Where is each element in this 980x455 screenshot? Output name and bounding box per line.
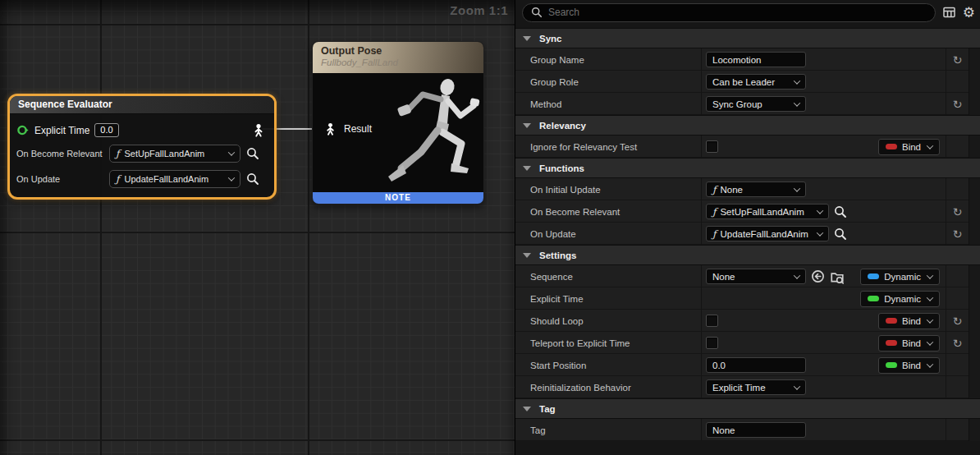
search-input[interactable]: [548, 7, 927, 18]
browse-function-icon[interactable]: [834, 228, 847, 241]
chevron-down-icon: [927, 272, 933, 278]
chevron-down-icon: [794, 383, 800, 389]
scroll-gutter: [969, 419, 980, 441]
property-row-should-loop: Should Loop Bind ↺: [515, 310, 980, 332]
tag-field[interactable]: [706, 422, 806, 438]
details-settings-button[interactable]: ⚙: [963, 6, 975, 20]
explicit-time-pin-label: Explicit Time: [34, 125, 89, 136]
node-output-pose[interactable]: Output Pose Fullbody_FallLand: [312, 41, 484, 205]
reset-to-default-button[interactable]: ↺: [953, 54, 963, 66]
browse-function-icon[interactable]: [246, 147, 259, 160]
section-title: Sync: [539, 34, 562, 44]
explicit-time-binding-dropdown[interactable]: Dynamic: [860, 291, 940, 307]
pose-output-pin[interactable]: [251, 123, 266, 137]
output-pose-header[interactable]: Output Pose Fullbody_FallLand: [313, 42, 483, 73]
property-row-group-role: Group Role Can be Leader: [515, 71, 980, 93]
property-label: Group Role: [515, 71, 702, 93]
scroll-gutter: [969, 200, 980, 223]
graph-canvas[interactable]: Zoom 1:1 Sequence Evaluator Explicit Tim…: [0, 0, 515, 455]
reset-to-default-button[interactable]: ↺: [953, 99, 963, 110]
search-bar[interactable]: [522, 3, 936, 22]
grid-columns-icon: [942, 6, 956, 19]
selected-value: SetUpFallLandAnim: [720, 207, 804, 217]
property-label: On Become Relevant: [515, 200, 702, 223]
result-pose-input-pin[interactable]: [323, 122, 337, 136]
scroll-gutter: [969, 136, 980, 158]
chevron-down-icon: [927, 294, 933, 301]
search-icon: [531, 7, 543, 18]
folder-search-icon: [830, 269, 845, 284]
on-become-relevant-dropdown[interactable]: ƒ SetUpFallLandAnim: [706, 204, 829, 219]
explicit-time-value-field[interactable]: 0.0: [94, 123, 118, 137]
reset-to-default-button[interactable]: ↺: [953, 228, 963, 240]
property-row-tag: Tag: [515, 419, 980, 441]
should-loop-checkbox[interactable]: [706, 315, 718, 327]
bind-dropdown[interactable]: Bind: [878, 335, 940, 352]
ignore-relevancy-checkbox[interactable]: [706, 140, 718, 153]
start-position-field[interactable]: [706, 357, 806, 373]
chevron-down-icon: [228, 149, 235, 155]
property-row-ignore-relevancy: Ignore for Relevancy Test Bind: [515, 136, 980, 158]
browse-to-asset-button[interactable]: [830, 269, 845, 284]
property-row-reinitialization-behavior: Reinitialization Behavior Explicit Time: [515, 376, 980, 398]
section-header-sync[interactable]: Sync: [515, 28, 980, 48]
section-header-tag[interactable]: Tag: [515, 398, 980, 419]
property-row-sequence: Sequence None Dynamic: [515, 265, 980, 287]
result-pin-label: Result: [344, 123, 372, 135]
chevron-down-icon: [927, 316, 933, 323]
reset-to-default-button[interactable]: ↺: [953, 206, 963, 218]
node-title[interactable]: Sequence Evaluator: [10, 96, 274, 114]
on-become-relevant-function-dropdown[interactable]: ƒ SetUpFallLandAnim: [109, 145, 240, 163]
scroll-gutter: [969, 93, 980, 115]
use-selected-asset-button[interactable]: [811, 269, 825, 283]
on-update-dropdown[interactable]: ƒ UpdateFallLandAnim: [706, 226, 829, 241]
start-position-input[interactable]: [712, 361, 799, 370]
browse-function-icon[interactable]: [834, 205, 847, 218]
property-label: Tag: [515, 419, 702, 441]
scroll-gutter: [969, 332, 980, 354]
scroll-gutter: [969, 376, 980, 398]
collapse-arrow-icon: [523, 253, 531, 258]
selected-value: Sync Group: [712, 99, 762, 109]
scroll-gutter: [969, 223, 980, 245]
method-dropdown[interactable]: Sync Group: [706, 96, 806, 112]
column-view-button[interactable]: [942, 6, 956, 19]
collapse-arrow-icon: [523, 166, 531, 171]
scroll-gutter: [969, 287, 980, 310]
section-header-settings[interactable]: Settings: [515, 245, 980, 265]
group-name-input[interactable]: [712, 55, 799, 65]
explicit-time-input-pin[interactable]: [16, 124, 30, 136]
function-icon: ƒ: [116, 173, 119, 185]
property-label: On Initial Update: [515, 178, 702, 200]
bind-dropdown[interactable]: Bind: [878, 139, 940, 155]
gear-icon: ⚙: [963, 6, 975, 20]
node-sequence-evaluator[interactable]: Sequence Evaluator Explicit Time 0.0 On …: [7, 94, 277, 200]
bind-dropdown[interactable]: Bind: [878, 357, 940, 374]
chevron-down-icon: [927, 142, 933, 149]
reset-to-default-button[interactable]: ↺: [953, 315, 963, 327]
bind-label: Dynamic: [884, 272, 921, 282]
on-update-function-dropdown[interactable]: ƒ UpdateFallLandAnim: [109, 170, 240, 188]
teleport-checkbox[interactable]: [706, 337, 718, 349]
scroll-gutter: [969, 48, 980, 71]
chevron-down-icon: [817, 229, 823, 236]
sequence-binding-dropdown[interactable]: Dynamic: [860, 269, 940, 285]
scroll-gutter: [969, 354, 980, 376]
reset-to-default-button[interactable]: ↺: [953, 338, 963, 349]
sequence-asset-dropdown[interactable]: None: [706, 269, 806, 284]
group-role-dropdown[interactable]: Can be Leader: [706, 74, 806, 90]
browse-function-icon[interactable]: [246, 172, 259, 186]
function-icon: ƒ: [712, 206, 716, 218]
collapse-arrow-icon: [523, 407, 531, 411]
section-header-relevancy[interactable]: Relevancy: [515, 115, 980, 136]
tag-input[interactable]: [712, 425, 799, 435]
section-header-functions[interactable]: Functions: [515, 158, 980, 178]
on-initial-update-dropdown[interactable]: ƒ None: [706, 182, 806, 197]
chevron-down-icon: [927, 361, 933, 367]
reinitialization-behavior-dropdown[interactable]: Explicit Time: [706, 379, 806, 395]
note-banner[interactable]: NOTE: [313, 192, 483, 204]
bound-property-pill-icon: [886, 340, 897, 346]
bind-dropdown[interactable]: Bind: [878, 313, 940, 329]
group-name-field[interactable]: [706, 52, 806, 67]
property-row-on-update: On Update ƒ UpdateFallLandAnim ↺: [515, 223, 980, 245]
